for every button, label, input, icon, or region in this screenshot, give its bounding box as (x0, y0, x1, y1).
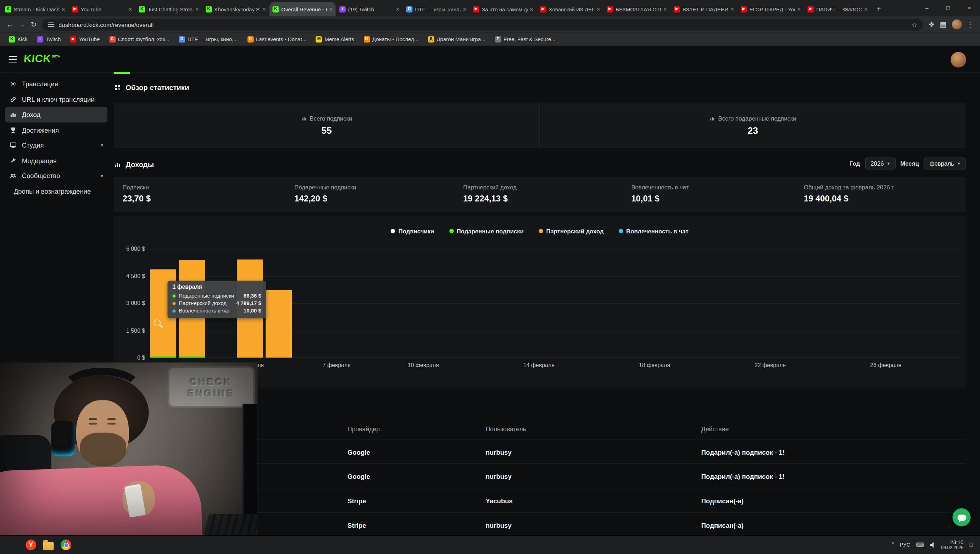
sidebar-item[interactable]: Доход (5, 107, 107, 122)
donate-favicon: D (363, 36, 370, 42)
sidebar-item[interactable]: Студия▾ (5, 138, 107, 153)
windows-start-button[interactable] (8, 540, 19, 550)
speaker-icon[interactable] (930, 542, 935, 548)
chart-bar[interactable] (150, 357, 176, 358)
browser-tab[interactable]: ▶YouTube× (69, 2, 135, 16)
bookmark-star-icon[interactable]: ☆ (912, 21, 917, 28)
tab-close-icon[interactable]: × (129, 6, 132, 13)
browser-tab[interactable]: ▶Хованский ИЗ ЛЕГ...× (537, 2, 603, 16)
chart-bar[interactable] (150, 269, 176, 269)
tab-close-icon[interactable]: × (62, 6, 65, 13)
kick-favicon: K (206, 6, 212, 13)
legend-item[interactable]: Подписчики (391, 228, 434, 234)
beta-badge: BETA (52, 55, 60, 59)
taskbar-clock[interactable]: 23:10 09.02.2026 (941, 539, 963, 551)
chart-bar[interactable] (179, 356, 205, 358)
tab-close-icon[interactable]: × (396, 6, 399, 13)
zoom-cursor-icon (154, 320, 161, 326)
year-select[interactable]: 2026 ▾ (865, 158, 895, 169)
tab-close-icon[interactable]: × (196, 6, 199, 13)
bookmark-item[interactable]: ▶YouTube (66, 35, 103, 44)
browser-tab[interactable]: t(19) Twitch× (336, 2, 402, 16)
notifications-icon[interactable]: □ (969, 541, 972, 548)
browser-tab[interactable]: KOverall Revenue - K...× (269, 2, 336, 16)
month-label: Месяц (900, 160, 919, 167)
table-cell: Stripe (347, 497, 366, 505)
extensions-icon[interactable]: ❖ (928, 20, 935, 29)
file-explorer-icon[interactable] (43, 541, 54, 550)
language-indicator[interactable]: РУС (900, 541, 910, 548)
side-panel-icon[interactable]: ▤ (940, 20, 947, 29)
bookmark-item[interactable]: ДДрагон Мани игра... (424, 35, 489, 44)
revenue-title-text: Доходы (126, 161, 154, 168)
bookmark-item[interactable]: DДонаты - Послед... (360, 35, 422, 44)
tab-close-icon[interactable]: × (530, 6, 533, 13)
sidebar-item[interactable]: Сообщество▾ (5, 168, 107, 183)
reload-button[interactable]: ↻ (30, 20, 37, 29)
browser-tab[interactable]: KKhovanskyToday St...× (202, 2, 269, 16)
sidebar-item[interactable]: Модерация (5, 153, 107, 168)
browser-tab[interactable]: KJust Chatting Strea...× (136, 2, 202, 16)
browser-menu-icon[interactable]: ⋮ (967, 20, 974, 29)
tab-close-icon[interactable]: × (730, 6, 733, 13)
browser-tab[interactable]: ▶За что на самом де...× (470, 2, 536, 16)
back-button[interactable]: ← (6, 21, 13, 28)
close-icon[interactable]: × (959, 0, 980, 16)
dashboard-header: KICKBETA (0, 46, 980, 73)
minimize-icon[interactable]: – (916, 0, 937, 16)
maximize-icon[interactable]: □ (937, 0, 959, 16)
forward-button[interactable]: → (18, 21, 25, 28)
tab-close-icon[interactable]: × (864, 6, 867, 13)
tray-expand-icon[interactable]: ^ (891, 541, 894, 548)
kick-logo[interactable]: KICKBETA (23, 53, 60, 65)
sidebar-item[interactable]: Достижения (5, 123, 107, 138)
youtube-favicon: ▶ (70, 36, 76, 42)
bookmark-item[interactable]: FFree, Fast & Secure... (491, 35, 559, 44)
bookmark-item[interactable]: DDTF — игры, кино,... (175, 35, 242, 44)
youtube-favicon: ▶ (741, 6, 747, 13)
table-cell: Stripe (347, 521, 366, 529)
browser-tab[interactable]: ▶ПАПИЧ — ФИЛОСО...× (805, 2, 871, 16)
sidebar-item[interactable]: Трансляция (5, 76, 107, 91)
new-tab-button[interactable]: + (873, 3, 885, 14)
address-bar[interactable]: dashboard.kick.com/revenue/overall ☆ (41, 18, 923, 30)
browser-tab[interactable]: ▶БЕЗМОЗГЛАЯ ОТМ...× (604, 2, 670, 16)
bookmark-item[interactable]: ССпорт: футбол, хок... (105, 35, 173, 44)
tab-close-icon[interactable]: × (664, 6, 667, 13)
browser-tab[interactable]: ▶ВЗЛЕТ И ПАДЕНИ...× (670, 2, 737, 16)
bookmark-item[interactable]: MMeme Alerts (312, 35, 358, 44)
month-select[interactable]: февраль ▾ (924, 158, 966, 169)
bookmark-item[interactable]: KKick (5, 35, 31, 44)
kick-favicon: K (5, 6, 11, 13)
tab-close-icon[interactable]: × (597, 6, 600, 13)
chart-bar[interactable] (266, 290, 292, 358)
hamburger-menu-icon[interactable] (9, 56, 17, 63)
revenue-stat-label: Общий доход за февраль 2026 г. (804, 184, 894, 191)
bookmark-label: Free, Fast & Secure... (503, 36, 555, 42)
user-avatar[interactable] (951, 52, 966, 67)
overview-section-title: Обзор статистики (114, 84, 189, 91)
site-info-icon[interactable] (48, 22, 54, 27)
browser-tab[interactable]: KStream - Kick Dash...× (2, 2, 68, 16)
tab-close-icon[interactable]: × (463, 6, 466, 13)
sidebar-item[interactable]: URL и ключ трансляции (5, 91, 107, 107)
table-cell: nurbusy (486, 521, 512, 529)
legend-item[interactable]: Партнерский доход (539, 228, 603, 234)
browser-tab[interactable]: ▶ЕГОР ШКРЕД - You...× (738, 2, 804, 16)
browser-profile-avatar[interactable] (951, 19, 962, 29)
chrome-icon[interactable] (60, 540, 71, 550)
bookmark-item[interactable]: tTwitch (33, 35, 65, 44)
tab-close-icon[interactable]: × (262, 6, 266, 13)
legend-item[interactable]: Подаренные подписки (449, 228, 524, 234)
legend-item[interactable]: Вовлеченность в чат (619, 228, 689, 234)
tab-close-icon[interactable]: × (329, 6, 332, 13)
tab-close-icon[interactable]: × (797, 6, 800, 13)
revenue-stat: Общий доход за февраль 2026 г.19 400,04 … (804, 184, 894, 203)
browser-tab[interactable]: DDTF — игры, кино, ...× (403, 2, 469, 16)
yandex-browser-icon[interactable]: Y (25, 540, 36, 550)
sidebar-item[interactable]: Дропы и вознаграждение (5, 183, 107, 199)
legend-dot (539, 229, 543, 233)
keyboard-icon[interactable]: ⌨ (916, 541, 924, 548)
chat-widget-button[interactable] (952, 508, 970, 526)
bookmark-item[interactable]: DLast events - Donat... (243, 35, 310, 44)
